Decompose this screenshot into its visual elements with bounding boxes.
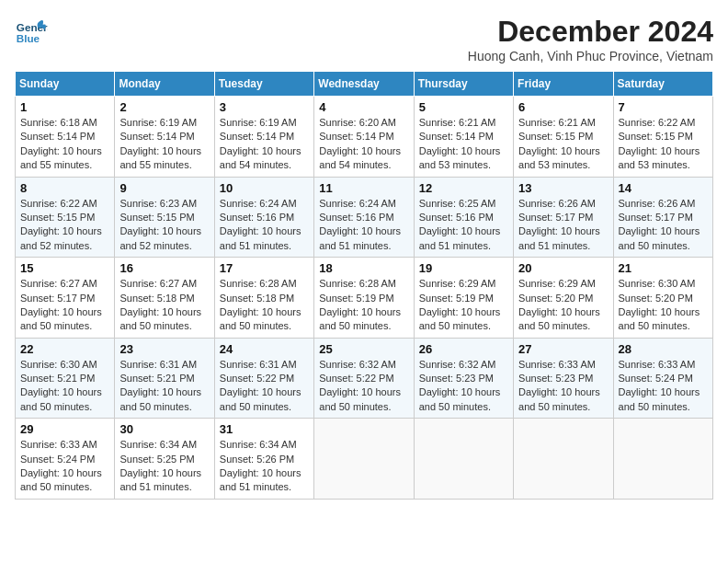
- day-info: Sunrise: 6:34 AM Sunset: 5:25 PM Dayligh…: [119, 438, 209, 495]
- day-number: 17: [220, 261, 309, 275]
- table-row: 16 Sunrise: 6:27 AM Sunset: 5:18 PM Dayl…: [115, 258, 214, 339]
- table-row: 18 Sunrise: 6:28 AM Sunset: 5:19 PM Dayl…: [314, 258, 414, 339]
- table-row: [314, 419, 414, 500]
- table-row: 3 Sunrise: 6:19 AM Sunset: 5:14 PM Dayli…: [214, 97, 313, 178]
- table-row: 20 Sunrise: 6:29 AM Sunset: 5:20 PM Dayl…: [514, 258, 613, 339]
- day-info: Sunrise: 6:21 AM Sunset: 5:15 PM Dayligh…: [518, 116, 608, 173]
- day-info: Sunrise: 6:33 AM Sunset: 5:23 PM Dayligh…: [518, 358, 608, 415]
- table-row: 7 Sunrise: 6:22 AM Sunset: 5:15 PM Dayli…: [613, 97, 712, 178]
- day-info: Sunrise: 6:32 AM Sunset: 5:23 PM Dayligh…: [419, 358, 508, 415]
- month-title: December 2024: [468, 15, 713, 49]
- day-info: Sunrise: 6:30 AM Sunset: 5:21 PM Dayligh…: [20, 358, 109, 415]
- day-info: Sunrise: 6:21 AM Sunset: 5:14 PM Dayligh…: [419, 116, 508, 173]
- table-row: 1 Sunrise: 6:18 AM Sunset: 5:14 PM Dayli…: [16, 97, 115, 178]
- day-info: Sunrise: 6:27 AM Sunset: 5:18 PM Dayligh…: [119, 277, 209, 334]
- day-number: 26: [419, 342, 508, 356]
- day-number: 3: [220, 100, 309, 114]
- day-info: Sunrise: 6:19 AM Sunset: 5:14 PM Dayligh…: [220, 116, 309, 173]
- day-info: Sunrise: 6:22 AM Sunset: 5:15 PM Dayligh…: [619, 116, 708, 173]
- day-info: Sunrise: 6:29 AM Sunset: 5:20 PM Dayligh…: [518, 277, 608, 334]
- day-number: 28: [619, 342, 708, 356]
- table-row: 12 Sunrise: 6:25 AM Sunset: 5:16 PM Dayl…: [414, 177, 513, 258]
- day-number: 16: [119, 261, 209, 275]
- day-number: 5: [419, 100, 508, 114]
- day-number: 2: [119, 100, 209, 114]
- table-row: 17 Sunrise: 6:28 AM Sunset: 5:18 PM Dayl…: [214, 258, 313, 339]
- table-row: 28 Sunrise: 6:33 AM Sunset: 5:24 PM Dayl…: [613, 338, 712, 419]
- day-info: Sunrise: 6:30 AM Sunset: 5:20 PM Dayligh…: [619, 277, 708, 334]
- calendar-week-row: 15 Sunrise: 6:27 AM Sunset: 5:17 PM Dayl…: [16, 258, 713, 339]
- table-row: 24 Sunrise: 6:31 AM Sunset: 5:22 PM Dayl…: [214, 338, 313, 419]
- day-info: Sunrise: 6:27 AM Sunset: 5:17 PM Dayligh…: [20, 277, 109, 334]
- logo-icon: General Blue: [15, 15, 48, 48]
- col-friday: Friday: [514, 72, 613, 97]
- day-number: 14: [619, 181, 708, 195]
- table-row: 11 Sunrise: 6:24 AM Sunset: 5:16 PM Dayl…: [314, 177, 414, 258]
- table-row: 21 Sunrise: 6:30 AM Sunset: 5:20 PM Dayl…: [613, 258, 712, 339]
- table-row: 27 Sunrise: 6:33 AM Sunset: 5:23 PM Dayl…: [514, 338, 613, 419]
- day-number: 8: [20, 181, 109, 195]
- col-tuesday: Tuesday: [214, 72, 313, 97]
- day-number: 19: [419, 261, 508, 275]
- table-row: 31 Sunrise: 6:34 AM Sunset: 5:26 PM Dayl…: [214, 419, 313, 500]
- day-info: Sunrise: 6:28 AM Sunset: 5:18 PM Dayligh…: [220, 277, 309, 334]
- table-row: 29 Sunrise: 6:33 AM Sunset: 5:24 PM Dayl…: [16, 419, 115, 500]
- title-block: December 2024 Huong Canh, Vinh Phuc Prov…: [468, 15, 713, 63]
- day-number: 11: [319, 181, 408, 195]
- table-row: 4 Sunrise: 6:20 AM Sunset: 5:14 PM Dayli…: [314, 97, 414, 178]
- table-row: 22 Sunrise: 6:30 AM Sunset: 5:21 PM Dayl…: [16, 338, 115, 419]
- day-number: 20: [518, 261, 608, 275]
- day-number: 29: [20, 422, 109, 436]
- day-number: 25: [319, 342, 408, 356]
- calendar-week-row: 29 Sunrise: 6:33 AM Sunset: 5:24 PM Dayl…: [16, 419, 713, 500]
- day-number: 27: [518, 342, 608, 356]
- table-row: 10 Sunrise: 6:24 AM Sunset: 5:16 PM Dayl…: [214, 177, 313, 258]
- day-info: Sunrise: 6:19 AM Sunset: 5:14 PM Dayligh…: [119, 116, 209, 173]
- day-number: 24: [220, 342, 309, 356]
- table-row: 9 Sunrise: 6:23 AM Sunset: 5:15 PM Dayli…: [115, 177, 214, 258]
- day-info: Sunrise: 6:18 AM Sunset: 5:14 PM Dayligh…: [20, 116, 109, 173]
- table-row: 5 Sunrise: 6:21 AM Sunset: 5:14 PM Dayli…: [414, 97, 513, 178]
- day-info: Sunrise: 6:24 AM Sunset: 5:16 PM Dayligh…: [220, 197, 309, 254]
- day-info: Sunrise: 6:33 AM Sunset: 5:24 PM Dayligh…: [619, 358, 708, 415]
- col-thursday: Thursday: [414, 72, 513, 97]
- table-row: 13 Sunrise: 6:26 AM Sunset: 5:17 PM Dayl…: [514, 177, 613, 258]
- table-row: 15 Sunrise: 6:27 AM Sunset: 5:17 PM Dayl…: [16, 258, 115, 339]
- day-number: 18: [319, 261, 408, 275]
- table-row: 2 Sunrise: 6:19 AM Sunset: 5:14 PM Dayli…: [115, 97, 214, 178]
- day-info: Sunrise: 6:24 AM Sunset: 5:16 PM Dayligh…: [319, 197, 408, 254]
- day-number: 10: [220, 181, 309, 195]
- day-info: Sunrise: 6:33 AM Sunset: 5:24 PM Dayligh…: [20, 438, 109, 495]
- day-info: Sunrise: 6:28 AM Sunset: 5:19 PM Dayligh…: [319, 277, 408, 334]
- calendar-header-row: Sunday Monday Tuesday Wednesday Thursday…: [16, 72, 713, 97]
- col-wednesday: Wednesday: [314, 72, 414, 97]
- day-info: Sunrise: 6:29 AM Sunset: 5:19 PM Dayligh…: [419, 277, 508, 334]
- day-number: 4: [319, 100, 408, 114]
- day-number: 22: [20, 342, 109, 356]
- day-info: Sunrise: 6:20 AM Sunset: 5:14 PM Dayligh…: [319, 116, 408, 173]
- day-number: 31: [220, 422, 309, 436]
- table-row: 6 Sunrise: 6:21 AM Sunset: 5:15 PM Dayli…: [514, 97, 613, 178]
- day-info: Sunrise: 6:26 AM Sunset: 5:17 PM Dayligh…: [619, 197, 708, 254]
- table-row: 8 Sunrise: 6:22 AM Sunset: 5:15 PM Dayli…: [16, 177, 115, 258]
- day-number: 7: [619, 100, 708, 114]
- table-row: 14 Sunrise: 6:26 AM Sunset: 5:17 PM Dayl…: [613, 177, 712, 258]
- table-row: 26 Sunrise: 6:32 AM Sunset: 5:23 PM Dayl…: [414, 338, 513, 419]
- table-row: [514, 419, 613, 500]
- day-number: 21: [619, 261, 708, 275]
- day-info: Sunrise: 6:23 AM Sunset: 5:15 PM Dayligh…: [119, 197, 209, 254]
- calendar-table: Sunday Monday Tuesday Wednesday Thursday…: [15, 71, 713, 500]
- day-info: Sunrise: 6:25 AM Sunset: 5:16 PM Dayligh…: [419, 197, 508, 254]
- calendar-week-row: 22 Sunrise: 6:30 AM Sunset: 5:21 PM Dayl…: [16, 338, 713, 419]
- calendar-week-row: 1 Sunrise: 6:18 AM Sunset: 5:14 PM Dayli…: [16, 97, 713, 178]
- table-row: [414, 419, 513, 500]
- day-number: 13: [518, 181, 608, 195]
- col-sunday: Sunday: [16, 72, 115, 97]
- day-number: 9: [119, 181, 209, 195]
- day-number: 1: [20, 100, 109, 114]
- table-row: 23 Sunrise: 6:31 AM Sunset: 5:21 PM Dayl…: [115, 338, 214, 419]
- day-number: 12: [419, 181, 508, 195]
- day-number: 6: [518, 100, 608, 114]
- day-info: Sunrise: 6:34 AM Sunset: 5:26 PM Dayligh…: [220, 438, 309, 495]
- table-row: 30 Sunrise: 6:34 AM Sunset: 5:25 PM Dayl…: [115, 419, 214, 500]
